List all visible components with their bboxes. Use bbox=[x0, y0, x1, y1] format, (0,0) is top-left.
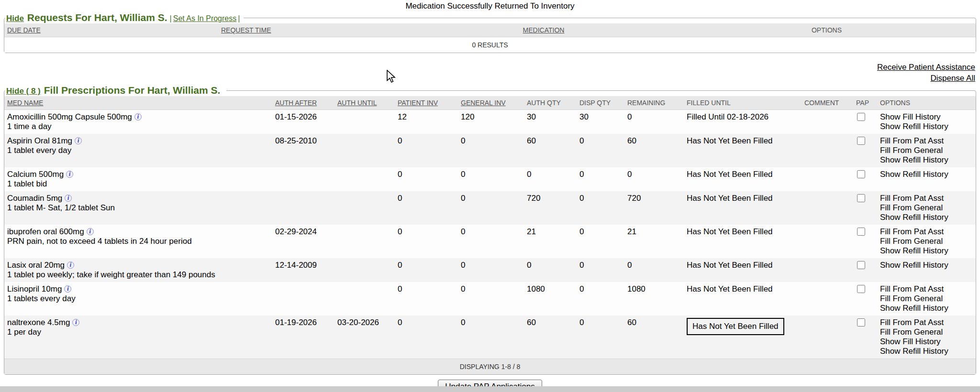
col-remaining: REMAINING bbox=[624, 96, 684, 110]
med-name-cell: Lisinopril 10mgi 1 tablets every day bbox=[4, 282, 272, 316]
med-name: Lasix oral 20mg bbox=[7, 261, 65, 270]
col-comment: COMMENT bbox=[802, 96, 853, 110]
info-icon[interactable]: i bbox=[87, 228, 94, 235]
med-sig: 1 tablet M- Sat, 1/2 tablet Sun bbox=[7, 203, 269, 213]
med-name: naltrexone 4.5mg bbox=[7, 318, 70, 327]
general-inv-cell: 0 bbox=[458, 167, 524, 191]
remaining-cell: 1080 bbox=[624, 282, 684, 316]
options-cell: Fill From Pat AsstFill From GeneralShow … bbox=[877, 316, 976, 359]
auth-until-cell: 03-20-2026 bbox=[334, 316, 395, 359]
med-sig: 1 tablet every day bbox=[7, 146, 269, 155]
paging-status-row: DISPLAYING 1-8 / 8 bbox=[4, 359, 976, 375]
option-link[interactable]: Fill From Pat Asst bbox=[880, 194, 973, 203]
options-cell: Show Refill History bbox=[877, 258, 976, 282]
info-icon[interactable]: i bbox=[134, 113, 142, 120]
option-link[interactable]: Fill From General bbox=[880, 146, 973, 155]
option-link[interactable]: Show Refill History bbox=[880, 304, 973, 313]
auth-after-cell: 08-25-2010 bbox=[272, 134, 334, 167]
auth-qty-cell: 30 bbox=[524, 110, 577, 134]
comment-cell bbox=[802, 110, 853, 134]
pap-checkbox[interactable] bbox=[857, 194, 865, 202]
option-link[interactable]: Fill From Pat Asst bbox=[880, 227, 973, 237]
pap-checkbox[interactable] bbox=[857, 318, 865, 327]
info-icon[interactable]: i bbox=[75, 137, 82, 144]
option-link[interactable]: Fill From General bbox=[880, 327, 973, 337]
pap-checkbox[interactable] bbox=[857, 285, 865, 293]
status-message: Medication Successfully Returned To Inve… bbox=[0, 0, 980, 11]
options-cell: Fill From Pat AsstFill From GeneralShow … bbox=[877, 191, 976, 225]
filled-until-cell: Has Not Yet Been Filled bbox=[684, 282, 802, 316]
disp-qty-cell: 0 bbox=[577, 191, 624, 225]
col-auth-until[interactable]: AUTH UNTIL bbox=[334, 96, 395, 110]
col-request-time[interactable]: REQUEST TIME bbox=[218, 23, 410, 37]
pap-checkbox[interactable] bbox=[857, 113, 865, 121]
auth-after-cell: 01-19-2026 bbox=[272, 316, 334, 359]
auth-after-cell: 01-15-2026 bbox=[272, 110, 334, 134]
option-link[interactable]: Fill From Pat Asst bbox=[880, 284, 973, 294]
remaining-cell: 0 bbox=[624, 167, 684, 191]
set-as-in-progress-link[interactable]: Set As In Progress bbox=[173, 14, 237, 22]
option-link[interactable]: Show Refill History bbox=[880, 261, 973, 270]
disp-qty-cell: 0 bbox=[577, 258, 624, 282]
option-link[interactable]: Fill From Pat Asst bbox=[880, 136, 973, 146]
col-medication[interactable]: MEDICATION bbox=[410, 23, 678, 37]
requests-section-legend: HideRequests For Hart, William S.|Set As… bbox=[5, 12, 244, 23]
option-link[interactable]: Fill From General bbox=[880, 294, 973, 304]
dispense-all-link[interactable]: Dispense All bbox=[5, 73, 975, 84]
auth-until-cell bbox=[334, 134, 395, 167]
option-link[interactable]: Show Fill History bbox=[880, 337, 973, 347]
filled-until-status: Has Not Yet Been Filled bbox=[687, 318, 784, 335]
info-icon[interactable]: i bbox=[67, 261, 74, 269]
col-options: OPTIONS bbox=[877, 96, 976, 110]
remaining-cell: 0 bbox=[624, 258, 684, 282]
pap-checkbox[interactable] bbox=[857, 261, 865, 269]
prescription-row: Lasix oral 20mgi 1 tablet po weekly; tak… bbox=[4, 258, 976, 282]
general-inv-cell: 0 bbox=[458, 191, 524, 225]
auth-until-cell bbox=[334, 225, 395, 258]
comment-cell bbox=[802, 191, 853, 225]
info-icon[interactable]: i bbox=[65, 195, 72, 202]
col-general-inv[interactable]: GENERAL INV bbox=[458, 96, 524, 110]
hide-fill-prescriptions-link[interactable]: Hide ( 8 ) bbox=[6, 87, 41, 96]
col-auth-after[interactable]: AUTH AFTER bbox=[272, 96, 334, 110]
options-cell: Fill From Pat AsstFill From GeneralShow … bbox=[877, 282, 976, 316]
auth-until-cell bbox=[334, 282, 395, 316]
fill-prescriptions-table: MED NAME AUTH AFTER AUTH UNTIL PATIENT I… bbox=[4, 96, 976, 374]
disp-qty-cell: 0 bbox=[577, 134, 624, 167]
auth-after-cell: 02-29-2024 bbox=[272, 225, 334, 258]
col-patient-inv[interactable]: PATIENT INV bbox=[395, 96, 458, 110]
option-link[interactable]: Show Refill History bbox=[880, 213, 973, 222]
med-sig: 1 per day bbox=[7, 327, 269, 337]
col-med-name[interactable]: MED NAME bbox=[4, 96, 272, 110]
hide-requests-link[interactable]: Hide bbox=[6, 14, 24, 23]
med-sig: PRN pain, not to exceed 4 tablets in 24 … bbox=[7, 237, 269, 246]
med-sig: 1 tablet po weekly; take if weight great… bbox=[7, 270, 269, 280]
info-icon[interactable]: i bbox=[64, 285, 71, 293]
receive-patient-assistance-link[interactable]: Receive Patient Assistance bbox=[5, 62, 975, 73]
auth-qty-cell: 60 bbox=[524, 316, 577, 359]
option-link[interactable]: Show Fill History bbox=[880, 112, 973, 122]
option-link[interactable]: Fill From Pat Asst bbox=[880, 318, 973, 327]
prescription-row: Calcium 500mgi 1 tablet bid 0 0 0 0 0 Ha… bbox=[4, 167, 976, 191]
auth-until-cell bbox=[334, 110, 395, 134]
option-link[interactable]: Show Refill History bbox=[880, 246, 973, 256]
option-link[interactable]: Show Refill History bbox=[880, 122, 973, 131]
filled-until-cell: Has Not Yet Been Filled bbox=[684, 225, 802, 258]
prescription-row: Amoxicillin 500mg Capsule 500mgi 1 time … bbox=[4, 110, 976, 134]
options-cell: Fill From Pat AsstFill From GeneralShow … bbox=[877, 225, 976, 258]
col-due-date[interactable]: DUE DATE bbox=[4, 23, 218, 37]
med-name: Coumadin 5mg bbox=[7, 194, 62, 203]
pap-checkbox[interactable] bbox=[857, 137, 865, 145]
option-link[interactable]: Show Refill History bbox=[880, 170, 973, 179]
info-icon[interactable]: i bbox=[66, 171, 73, 178]
pap-checkbox[interactable] bbox=[857, 170, 865, 178]
col-options: OPTIONS bbox=[678, 23, 976, 37]
results-count: 0 RESULTS bbox=[4, 37, 976, 53]
info-icon[interactable]: i bbox=[72, 319, 79, 326]
option-link[interactable]: Fill From General bbox=[880, 237, 973, 246]
disp-qty-cell: 30 bbox=[577, 110, 624, 134]
option-link[interactable]: Show Refill History bbox=[880, 155, 973, 165]
option-link[interactable]: Show Refill History bbox=[880, 347, 973, 356]
option-link[interactable]: Fill From General bbox=[880, 203, 973, 213]
pap-checkbox[interactable] bbox=[857, 228, 865, 236]
